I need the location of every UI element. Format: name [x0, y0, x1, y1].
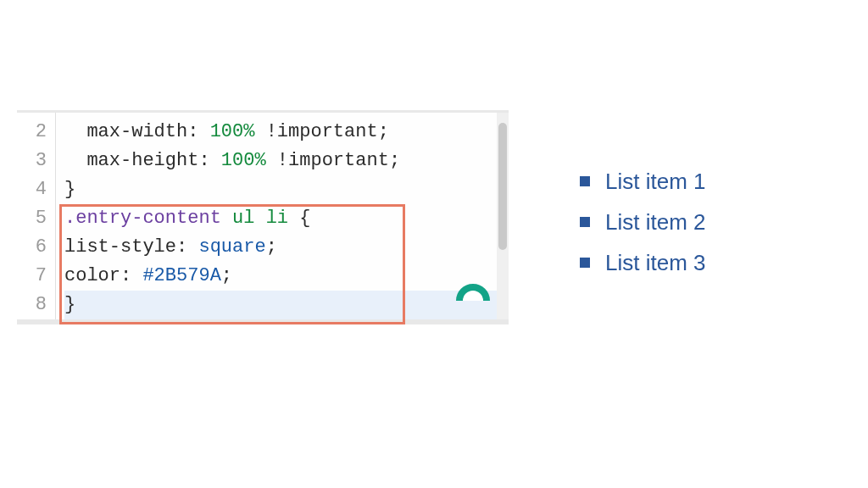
line-number: 7: [17, 262, 47, 291]
list-item: List item 1: [580, 161, 809, 202]
line-number: 2: [17, 118, 47, 147]
line-number: 6: [17, 233, 47, 262]
square-bullet-icon: [580, 176, 590, 186]
line-number: 4: [17, 175, 47, 204]
grammarly-icon[interactable]: [456, 284, 490, 301]
code-line[interactable]: }: [64, 175, 509, 204]
line-number: 8: [17, 291, 47, 319]
scrollbar-track[interactable]: [497, 113, 509, 319]
code-line[interactable]: max-height: 100% !important;: [64, 147, 509, 175]
code-line[interactable]: color: #2B579A;: [64, 262, 509, 291]
list-item-label: List item 3: [605, 242, 706, 283]
code-line[interactable]: max-width: 100% !important;: [64, 118, 509, 147]
code-line[interactable]: .entry-content ul li {: [64, 204, 509, 233]
line-number: 5: [17, 204, 47, 233]
list-item-label: List item 2: [605, 202, 706, 242]
scrollbar-thumb[interactable]: [498, 123, 507, 250]
code-line[interactable]: list-style: square;: [64, 233, 509, 262]
styled-list: List item 1 List item 2 List item 3: [580, 161, 809, 283]
list-item: List item 2: [580, 202, 809, 242]
list-item: List item 3: [580, 242, 809, 283]
line-number-gutter: 2 3 4 5 6 7 8: [17, 113, 56, 319]
code-area[interactable]: 2 3 4 5 6 7 8 max-width: 100% !important…: [17, 113, 509, 319]
line-number: 3: [17, 147, 47, 175]
code-content[interactable]: max-width: 100% !important; max-height: …: [56, 113, 509, 319]
square-bullet-icon: [580, 258, 590, 268]
preview-panel: List item 1 List item 2 List item 3: [580, 161, 809, 283]
list-item-label: List item 1: [605, 161, 706, 202]
code-line[interactable]: }: [64, 291, 509, 319]
square-bullet-icon: [580, 217, 590, 227]
code-editor-panel: 2 3 4 5 6 7 8 max-width: 100% !important…: [17, 110, 509, 324]
